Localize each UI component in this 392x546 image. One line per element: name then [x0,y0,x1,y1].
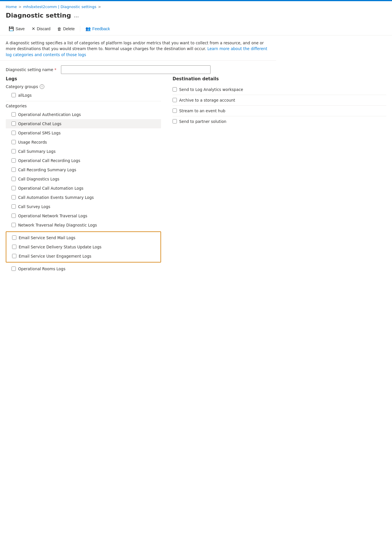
checkbox-allLogs-input[interactable] [12,93,16,97]
categories-title: Categories [6,104,161,108]
logs-section-title: Logs [6,76,161,81]
checkbox-op-auth[interactable]: Operational Authentication Logs [6,110,161,119]
dest-partner-input[interactable] [173,119,177,123]
required-marker: * [54,67,56,72]
checkbox-op-rooms-input[interactable] [12,267,16,271]
breadcrumb: Home > mhsbxtest2comm | Diagnostic setti… [0,1,392,11]
checkbox-call-rec-summary-label: Call Recording Summary Logs [18,168,76,172]
checkbox-call-survey[interactable]: Call Survey Logs [6,202,161,211]
checkbox-op-net-trav-input[interactable] [12,214,16,218]
checkbox-allLogs-label: allLogs [18,93,32,98]
discard-label: Discard [37,26,50,31]
checkbox-email-engagement-label: Email Service User Engagement Logs [19,254,91,258]
main-layout: Logs Category groups i allLogs Categorie… [0,76,392,273]
setting-name-label: Diagnostic setting name * [6,67,56,72]
breadcrumb-resource[interactable]: mhsbxtest2comm | Diagnostic settings [23,5,96,9]
checkbox-call-survey-label: Call Survey Logs [18,204,50,209]
dest-log-analytics-input[interactable] [173,87,177,92]
checkbox-email-delivery-input[interactable] [12,245,16,249]
checkbox-email-delivery[interactable]: Email Service Delivery Status Update Log… [6,242,160,252]
checkbox-call-diag[interactable]: Call Diagnostics Logs [6,174,161,184]
page-title-ellipsis[interactable]: ... [74,12,79,18]
checkbox-op-chat-label: Operational Chat Logs [18,121,61,126]
divider-1 [6,101,161,101]
checkbox-op-call-auto[interactable]: Operational Call Automation Logs [6,184,161,193]
category-groups-title: Category groups i [6,84,161,89]
checkbox-op-rooms-label: Operational Rooms Logs [18,267,65,271]
checkbox-op-call-rec-input[interactable] [12,158,16,163]
checkbox-op-net-trav-label: Operational Network Traversal Logs [18,214,87,218]
description-area: A diagnostic setting specifies a list of… [0,35,276,61]
toolbar: 💾 Save ✕ Discard 🗑 Delete 👥 Feedback [0,22,392,35]
checkbox-call-summary[interactable]: Call Summary Logs [6,147,161,156]
dest-partner[interactable]: Send to partner solution [173,116,386,127]
checkbox-call-diag-input[interactable] [12,177,16,181]
email-group: Email Service Send Mail Logs Email Servi… [6,231,161,262]
delete-icon: 🗑 [57,26,62,31]
page-title-row: Diagnostic setting ... [0,11,392,22]
toolbar-separator [80,26,80,32]
checkbox-usage-label: Usage Records [18,140,47,144]
checkbox-email-send[interactable]: Email Service Send Mail Logs [6,233,160,242]
save-button[interactable]: 💾 Save [6,25,28,33]
checkbox-op-rooms[interactable]: Operational Rooms Logs [6,264,161,273]
checkbox-email-send-input[interactable] [12,235,16,240]
setting-name-input[interactable] [61,65,211,74]
checkbox-email-send-label: Email Service Send Mail Logs [19,235,75,240]
dest-log-analytics-label: Send to Log Analytics workspace [179,87,243,92]
dest-storage-input[interactable] [173,98,177,102]
checkbox-call-diag-label: Call Diagnostics Logs [18,177,59,181]
checkbox-call-auto-events-input[interactable] [12,195,16,199]
breadcrumb-sep2: > [98,5,101,9]
checkbox-call-summary-label: Call Summary Logs [18,149,56,154]
checkbox-op-net-trav[interactable]: Operational Network Traversal Logs [6,211,161,220]
checkbox-op-call-auto-label: Operational Call Automation Logs [18,186,83,191]
checkbox-allLogs[interactable]: allLogs [6,91,161,100]
discard-icon: ✕ [32,26,35,31]
category-groups-info-icon[interactable]: i [40,84,44,89]
feedback-label: Feedback [92,26,110,31]
checkbox-net-trav-relay[interactable]: Network Traversal Relay Diagnostic Logs [6,220,161,230]
checkbox-op-sms[interactable]: Operational SMS Logs [6,128,161,138]
checkbox-call-rec-summary[interactable]: Call Recording Summary Logs [6,165,161,174]
checkbox-call-summary-input[interactable] [12,149,16,153]
delete-button[interactable]: 🗑 Delete [54,25,77,33]
checkbox-usage-input[interactable] [12,140,16,144]
dest-storage-label: Archive to a storage account [179,98,235,102]
page-title: Diagnostic setting [6,12,71,19]
dest-storage[interactable]: Archive to a storage account [173,95,386,106]
breadcrumb-home[interactable]: Home [6,5,17,9]
checkbox-op-auth-input[interactable] [12,112,16,117]
save-label: Save [16,26,25,31]
checkbox-net-trav-relay-input[interactable] [12,223,16,227]
checkbox-email-engagement-input[interactable] [12,254,16,258]
dest-event-hub[interactable]: Stream to an event hub [173,106,386,116]
checkbox-op-call-rec[interactable]: Operational Call Recording Logs [6,156,161,165]
breadcrumb-sep1: > [18,5,21,9]
checkbox-op-call-rec-label: Operational Call Recording Logs [18,158,80,163]
dest-partner-label: Send to partner solution [179,119,226,124]
dest-log-analytics[interactable]: Send to Log Analytics workspace [173,84,386,95]
checkbox-call-auto-events-label: Call Automation Events Summary Logs [18,195,94,200]
checkbox-op-auth-label: Operational Authentication Logs [18,112,81,117]
logs-section: Logs Category groups i allLogs Categorie… [6,76,161,273]
discard-button[interactable]: ✕ Discard [29,25,53,33]
checkbox-call-survey-input[interactable] [12,204,16,209]
dest-event-hub-input[interactable] [173,109,177,113]
dest-event-hub-label: Stream to an event hub [179,109,225,113]
checkbox-call-rec-summary-input[interactable] [12,168,16,172]
checkbox-op-sms-input[interactable] [12,131,16,135]
checkbox-call-auto-events[interactable]: Call Automation Events Summary Logs [6,193,161,202]
checkbox-email-engagement[interactable]: Email Service User Engagement Logs [6,252,160,261]
checkbox-email-delivery-label: Email Service Delivery Status Update Log… [19,245,102,249]
checkbox-net-trav-relay-label: Network Traversal Relay Diagnostic Logs [18,223,97,227]
checkbox-usage[interactable]: Usage Records [6,138,161,147]
feedback-icon: 👥 [85,26,91,31]
checkbox-op-chat[interactable]: Operational Chat Logs [6,119,161,128]
feedback-button[interactable]: 👥 Feedback [83,25,113,33]
checkbox-op-call-auto-input[interactable] [12,186,16,190]
checkbox-op-chat-input[interactable] [12,121,16,126]
delete-label: Delete [63,26,74,31]
checkbox-op-sms-label: Operational SMS Logs [18,131,61,135]
destination-section-title: Destination details [173,76,386,81]
